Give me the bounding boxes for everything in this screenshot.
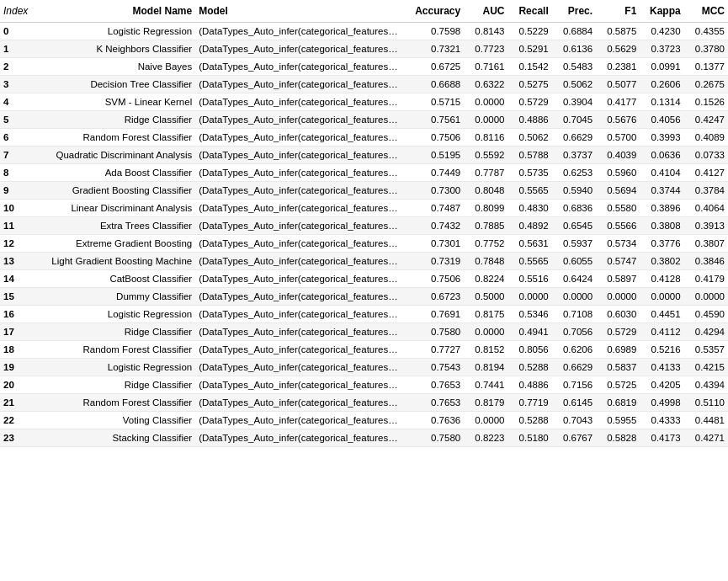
table-row: 13Light Gradient Boosting Machine(DataTy…	[0, 253, 728, 270]
cell-accuracy: 0.7543	[407, 359, 464, 376]
cell-index: 23	[0, 429, 37, 447]
cell-recall: 0.5788	[507, 147, 551, 164]
cell-accuracy: 0.7487	[407, 200, 464, 217]
cell-accuracy: 0.7319	[407, 253, 464, 270]
cell-mcc: 0.0733	[684, 147, 728, 164]
cell-mcc: 0.5110	[684, 394, 728, 412]
cell-index: 7	[0, 147, 37, 164]
cell-f1: 0.5566	[596, 217, 640, 235]
cell-f1: 0.5960	[596, 164, 640, 182]
cell-model-name: Ridge Classifier	[37, 323, 195, 341]
cell-model: (DataTypes_Auto_infer(categorical_featur…	[195, 235, 407, 253]
cell-model-name: Linear Discriminant Analysis	[37, 200, 195, 217]
cell-model: (DataTypes_Auto_infer(categorical_featur…	[195, 376, 407, 394]
cell-recall: 0.0000	[507, 288, 551, 306]
cell-kappa: 0.4104	[640, 164, 683, 182]
table-row: 17Ridge Classifier(DataTypes_Auto_infer(…	[0, 323, 728, 341]
col-header-kappa: Kappa	[640, 0, 683, 23]
cell-kappa: 0.1314	[640, 93, 683, 111]
cell-model: (DataTypes_Auto_infer(categorical_featur…	[195, 129, 407, 147]
cell-model-name: Dummy Classifier	[37, 288, 195, 306]
cell-auc: 0.7441	[464, 376, 507, 394]
cell-model: (DataTypes_Auto_infer(categorical_featur…	[195, 412, 407, 429]
cell-kappa: 0.3776	[640, 235, 683, 253]
cell-auc: 0.8116	[464, 129, 507, 147]
cell-recall: 0.5180	[507, 429, 551, 447]
cell-kappa: 0.3744	[640, 182, 683, 200]
cell-recall: 0.5275	[507, 76, 551, 93]
cell-index: 4	[0, 93, 37, 111]
cell-kappa: 0.3993	[640, 129, 683, 147]
cell-model-name: Ridge Classifier	[37, 111, 195, 129]
cell-prec: 0.7056	[552, 323, 596, 341]
cell-auc: 0.6322	[464, 76, 507, 93]
cell-recall: 0.8056	[507, 341, 551, 359]
cell-auc: 0.8175	[464, 306, 507, 323]
cell-accuracy: 0.7580	[407, 323, 464, 341]
cell-auc: 0.5592	[464, 147, 507, 164]
cell-recall: 0.5229	[507, 23, 551, 40]
cell-f1: 0.5837	[596, 359, 640, 376]
cell-f1: 0.6989	[596, 341, 640, 359]
cell-mcc: 0.0000	[684, 288, 728, 306]
cell-index: 14	[0, 270, 37, 288]
cell-auc: 0.7787	[464, 164, 507, 182]
cell-mcc: 0.4215	[684, 359, 728, 376]
cell-mcc: 0.4355	[684, 23, 728, 40]
table-row: 3Decision Tree Classifier(DataTypes_Auto…	[0, 76, 728, 93]
cell-f1: 0.5734	[596, 235, 640, 253]
cell-kappa: 0.4128	[640, 270, 683, 288]
cell-accuracy: 0.7321	[407, 40, 464, 58]
cell-accuracy: 0.7300	[407, 182, 464, 200]
cell-auc: 0.7161	[464, 58, 507, 76]
cell-index: 6	[0, 129, 37, 147]
cell-f1: 0.5828	[596, 429, 640, 447]
cell-model-name: Extra Trees Classifier	[37, 217, 195, 235]
cell-mcc: 0.4294	[684, 323, 728, 341]
table-row: 20Ridge Classifier(DataTypes_Auto_infer(…	[0, 376, 728, 394]
table-row: 6Random Forest Classifier(DataTypes_Auto…	[0, 129, 728, 147]
cell-auc: 0.7848	[464, 253, 507, 270]
cell-model-name: K Neighbors Classifier	[37, 40, 195, 58]
cell-recall: 0.5565	[507, 253, 551, 270]
cell-index: 17	[0, 323, 37, 341]
cell-accuracy: 0.7691	[407, 306, 464, 323]
cell-index: 19	[0, 359, 37, 376]
table-row: 21Random Forest Classifier(DataTypes_Aut…	[0, 394, 728, 412]
cell-recall: 0.5735	[507, 164, 551, 182]
cell-kappa: 0.3896	[640, 200, 683, 217]
cell-f1: 0.0000	[596, 288, 640, 306]
cell-index: 9	[0, 182, 37, 200]
cell-mcc: 0.4247	[684, 111, 728, 129]
cell-recall: 0.5062	[507, 129, 551, 147]
cell-kappa: 0.4998	[640, 394, 683, 412]
cell-auc: 0.7723	[464, 40, 507, 58]
cell-f1: 0.5725	[596, 376, 640, 394]
col-header-mcc: MCC	[684, 0, 728, 23]
cell-accuracy: 0.7636	[407, 412, 464, 429]
cell-mcc: 0.1377	[684, 58, 728, 76]
col-header-auc: AUC	[464, 0, 507, 23]
cell-mcc: 0.3913	[684, 217, 728, 235]
cell-recall: 0.4830	[507, 200, 551, 217]
cell-accuracy: 0.7727	[407, 341, 464, 359]
cell-recall: 0.5288	[507, 412, 551, 429]
cell-model-name: Light Gradient Boosting Machine	[37, 253, 195, 270]
table-row: 12Extreme Gradient Boosting(DataTypes_Au…	[0, 235, 728, 253]
cell-mcc: 0.4590	[684, 306, 728, 323]
cell-model: (DataTypes_Auto_infer(categorical_featur…	[195, 359, 407, 376]
cell-model: (DataTypes_Auto_infer(categorical_featur…	[195, 76, 407, 93]
cell-model: (DataTypes_Auto_infer(categorical_featur…	[195, 394, 407, 412]
cell-auc: 0.5000	[464, 288, 507, 306]
cell-f1: 0.5897	[596, 270, 640, 288]
cell-mcc: 0.1526	[684, 93, 728, 111]
cell-f1: 0.5629	[596, 40, 640, 58]
cell-index: 15	[0, 288, 37, 306]
cell-accuracy: 0.6725	[407, 58, 464, 76]
table-body: 0Logistic Regression(DataTypes_Auto_infe…	[0, 23, 728, 447]
cell-accuracy: 0.7301	[407, 235, 464, 253]
cell-auc: 0.8223	[464, 429, 507, 447]
cell-model: (DataTypes_Auto_infer(categorical_featur…	[195, 164, 407, 182]
cell-kappa: 0.4230	[640, 23, 683, 40]
cell-model: (DataTypes_Auto_infer(categorical_featur…	[195, 253, 407, 270]
